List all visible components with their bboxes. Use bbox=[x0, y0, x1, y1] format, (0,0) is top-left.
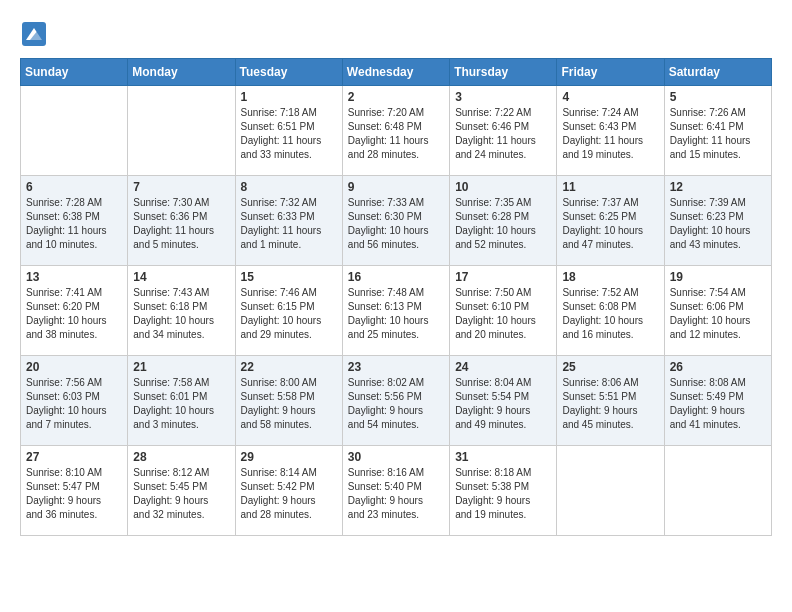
cell-content: Sunrise: 7:54 AM Sunset: 6:06 PM Dayligh… bbox=[670, 286, 766, 342]
day-number: 6 bbox=[26, 180, 122, 194]
cell-content: Sunrise: 8:10 AM Sunset: 5:47 PM Dayligh… bbox=[26, 466, 122, 522]
day-number: 10 bbox=[455, 180, 551, 194]
calendar-cell: 18Sunrise: 7:52 AM Sunset: 6:08 PM Dayli… bbox=[557, 266, 664, 356]
cell-content: Sunrise: 7:41 AM Sunset: 6:20 PM Dayligh… bbox=[26, 286, 122, 342]
calendar-cell: 11Sunrise: 7:37 AM Sunset: 6:25 PM Dayli… bbox=[557, 176, 664, 266]
calendar-cell: 19Sunrise: 7:54 AM Sunset: 6:06 PM Dayli… bbox=[664, 266, 771, 356]
calendar-cell: 20Sunrise: 7:56 AM Sunset: 6:03 PM Dayli… bbox=[21, 356, 128, 446]
day-number: 15 bbox=[241, 270, 337, 284]
day-number: 2 bbox=[348, 90, 444, 104]
cell-content: Sunrise: 8:08 AM Sunset: 5:49 PM Dayligh… bbox=[670, 376, 766, 432]
day-number: 23 bbox=[348, 360, 444, 374]
cell-content: Sunrise: 7:46 AM Sunset: 6:15 PM Dayligh… bbox=[241, 286, 337, 342]
day-header-monday: Monday bbox=[128, 59, 235, 86]
calendar-cell: 14Sunrise: 7:43 AM Sunset: 6:18 PM Dayli… bbox=[128, 266, 235, 356]
day-number: 21 bbox=[133, 360, 229, 374]
day-number: 14 bbox=[133, 270, 229, 284]
cell-content: Sunrise: 8:00 AM Sunset: 5:58 PM Dayligh… bbox=[241, 376, 337, 432]
cell-content: Sunrise: 7:39 AM Sunset: 6:23 PM Dayligh… bbox=[670, 196, 766, 252]
cell-content: Sunrise: 7:52 AM Sunset: 6:08 PM Dayligh… bbox=[562, 286, 658, 342]
day-number: 11 bbox=[562, 180, 658, 194]
cell-content: Sunrise: 7:58 AM Sunset: 6:01 PM Dayligh… bbox=[133, 376, 229, 432]
day-number: 1 bbox=[241, 90, 337, 104]
day-header-saturday: Saturday bbox=[664, 59, 771, 86]
cell-content: Sunrise: 7:33 AM Sunset: 6:30 PM Dayligh… bbox=[348, 196, 444, 252]
cell-content: Sunrise: 8:12 AM Sunset: 5:45 PM Dayligh… bbox=[133, 466, 229, 522]
day-number: 29 bbox=[241, 450, 337, 464]
calendar-cell: 25Sunrise: 8:06 AM Sunset: 5:51 PM Dayli… bbox=[557, 356, 664, 446]
cell-content: Sunrise: 8:18 AM Sunset: 5:38 PM Dayligh… bbox=[455, 466, 551, 522]
day-number: 30 bbox=[348, 450, 444, 464]
calendar-cell: 2Sunrise: 7:20 AM Sunset: 6:48 PM Daylig… bbox=[342, 86, 449, 176]
calendar-cell: 15Sunrise: 7:46 AM Sunset: 6:15 PM Dayli… bbox=[235, 266, 342, 356]
day-header-wednesday: Wednesday bbox=[342, 59, 449, 86]
cell-content: Sunrise: 7:56 AM Sunset: 6:03 PM Dayligh… bbox=[26, 376, 122, 432]
calendar-cell: 22Sunrise: 8:00 AM Sunset: 5:58 PM Dayli… bbox=[235, 356, 342, 446]
calendar-week-row: 1Sunrise: 7:18 AM Sunset: 6:51 PM Daylig… bbox=[21, 86, 772, 176]
calendar-cell: 31Sunrise: 8:18 AM Sunset: 5:38 PM Dayli… bbox=[450, 446, 557, 536]
day-header-thursday: Thursday bbox=[450, 59, 557, 86]
calendar-cell: 27Sunrise: 8:10 AM Sunset: 5:47 PM Dayli… bbox=[21, 446, 128, 536]
calendar-cell: 10Sunrise: 7:35 AM Sunset: 6:28 PM Dayli… bbox=[450, 176, 557, 266]
cell-content: Sunrise: 7:32 AM Sunset: 6:33 PM Dayligh… bbox=[241, 196, 337, 252]
cell-content: Sunrise: 7:24 AM Sunset: 6:43 PM Dayligh… bbox=[562, 106, 658, 162]
calendar-week-row: 6Sunrise: 7:28 AM Sunset: 6:38 PM Daylig… bbox=[21, 176, 772, 266]
day-number: 24 bbox=[455, 360, 551, 374]
cell-content: Sunrise: 8:04 AM Sunset: 5:54 PM Dayligh… bbox=[455, 376, 551, 432]
day-number: 7 bbox=[133, 180, 229, 194]
calendar-cell: 17Sunrise: 7:50 AM Sunset: 6:10 PM Dayli… bbox=[450, 266, 557, 356]
calendar-cell: 12Sunrise: 7:39 AM Sunset: 6:23 PM Dayli… bbox=[664, 176, 771, 266]
calendar-cell: 13Sunrise: 7:41 AM Sunset: 6:20 PM Dayli… bbox=[21, 266, 128, 356]
calendar-cell: 6Sunrise: 7:28 AM Sunset: 6:38 PM Daylig… bbox=[21, 176, 128, 266]
day-number: 16 bbox=[348, 270, 444, 284]
day-number: 26 bbox=[670, 360, 766, 374]
day-number: 18 bbox=[562, 270, 658, 284]
cell-content: Sunrise: 8:16 AM Sunset: 5:40 PM Dayligh… bbox=[348, 466, 444, 522]
calendar-cell: 23Sunrise: 8:02 AM Sunset: 5:56 PM Dayli… bbox=[342, 356, 449, 446]
logo-icon bbox=[20, 20, 48, 48]
logo bbox=[20, 20, 52, 48]
cell-content: Sunrise: 7:30 AM Sunset: 6:36 PM Dayligh… bbox=[133, 196, 229, 252]
calendar-header-row: SundayMondayTuesdayWednesdayThursdayFrid… bbox=[21, 59, 772, 86]
day-header-sunday: Sunday bbox=[21, 59, 128, 86]
day-number: 13 bbox=[26, 270, 122, 284]
calendar-week-row: 13Sunrise: 7:41 AM Sunset: 6:20 PM Dayli… bbox=[21, 266, 772, 356]
day-number: 25 bbox=[562, 360, 658, 374]
cell-content: Sunrise: 7:26 AM Sunset: 6:41 PM Dayligh… bbox=[670, 106, 766, 162]
calendar-week-row: 20Sunrise: 7:56 AM Sunset: 6:03 PM Dayli… bbox=[21, 356, 772, 446]
calendar-cell: 29Sunrise: 8:14 AM Sunset: 5:42 PM Dayli… bbox=[235, 446, 342, 536]
day-number: 3 bbox=[455, 90, 551, 104]
cell-content: Sunrise: 7:43 AM Sunset: 6:18 PM Dayligh… bbox=[133, 286, 229, 342]
calendar-week-row: 27Sunrise: 8:10 AM Sunset: 5:47 PM Dayli… bbox=[21, 446, 772, 536]
cell-content: Sunrise: 8:02 AM Sunset: 5:56 PM Dayligh… bbox=[348, 376, 444, 432]
cell-content: Sunrise: 7:37 AM Sunset: 6:25 PM Dayligh… bbox=[562, 196, 658, 252]
calendar-cell: 26Sunrise: 8:08 AM Sunset: 5:49 PM Dayli… bbox=[664, 356, 771, 446]
cell-content: Sunrise: 7:20 AM Sunset: 6:48 PM Dayligh… bbox=[348, 106, 444, 162]
day-header-tuesday: Tuesday bbox=[235, 59, 342, 86]
calendar-cell: 8Sunrise: 7:32 AM Sunset: 6:33 PM Daylig… bbox=[235, 176, 342, 266]
day-number: 4 bbox=[562, 90, 658, 104]
day-number: 27 bbox=[26, 450, 122, 464]
calendar-cell: 28Sunrise: 8:12 AM Sunset: 5:45 PM Dayli… bbox=[128, 446, 235, 536]
day-number: 17 bbox=[455, 270, 551, 284]
day-number: 5 bbox=[670, 90, 766, 104]
calendar-cell bbox=[21, 86, 128, 176]
calendar-cell: 9Sunrise: 7:33 AM Sunset: 6:30 PM Daylig… bbox=[342, 176, 449, 266]
cell-content: Sunrise: 7:22 AM Sunset: 6:46 PM Dayligh… bbox=[455, 106, 551, 162]
calendar-cell: 5Sunrise: 7:26 AM Sunset: 6:41 PM Daylig… bbox=[664, 86, 771, 176]
cell-content: Sunrise: 8:14 AM Sunset: 5:42 PM Dayligh… bbox=[241, 466, 337, 522]
calendar-cell: 4Sunrise: 7:24 AM Sunset: 6:43 PM Daylig… bbox=[557, 86, 664, 176]
calendar-cell: 16Sunrise: 7:48 AM Sunset: 6:13 PM Dayli… bbox=[342, 266, 449, 356]
calendar-cell bbox=[128, 86, 235, 176]
cell-content: Sunrise: 7:50 AM Sunset: 6:10 PM Dayligh… bbox=[455, 286, 551, 342]
calendar-cell bbox=[557, 446, 664, 536]
day-number: 19 bbox=[670, 270, 766, 284]
cell-content: Sunrise: 7:18 AM Sunset: 6:51 PM Dayligh… bbox=[241, 106, 337, 162]
cell-content: Sunrise: 7:48 AM Sunset: 6:13 PM Dayligh… bbox=[348, 286, 444, 342]
day-number: 12 bbox=[670, 180, 766, 194]
page-header bbox=[20, 20, 772, 48]
day-number: 22 bbox=[241, 360, 337, 374]
calendar-cell: 3Sunrise: 7:22 AM Sunset: 6:46 PM Daylig… bbox=[450, 86, 557, 176]
day-number: 20 bbox=[26, 360, 122, 374]
day-number: 28 bbox=[133, 450, 229, 464]
